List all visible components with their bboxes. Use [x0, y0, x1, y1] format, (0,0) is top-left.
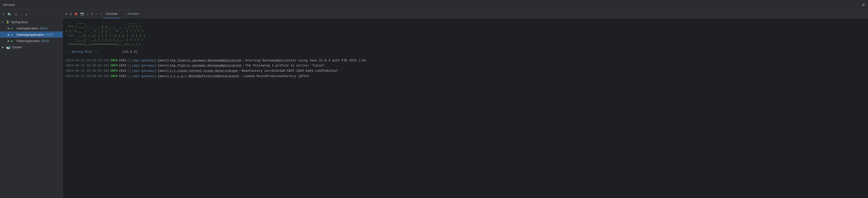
log-pid: 1915 — [119, 74, 126, 79]
order-app-port: :8082/ — [40, 39, 50, 43]
log-message: The following 1 profile is active: "loca… — [245, 63, 324, 68]
log-separator: : — [242, 63, 244, 68]
chevron-down-icon: ▾ — [2, 21, 6, 24]
docker-group[interactable]: ▶ 🐋 Docker — [0, 44, 63, 50]
docker-label: Docker — [12, 45, 22, 49]
log-thread: [main] — [157, 69, 169, 74]
log-pid: 1915 — [119, 58, 126, 63]
sidebar: + 🔍 ⬡ ⬆ ✕ ▾ 🍃 Spring Boot ▶ ▶ AuthApplic… — [0, 10, 63, 198]
console-output[interactable]: . ____ _ __ _ _ /\\ / ___'_ __ _ _(_)_ _… — [63, 18, 868, 198]
main-content: + 🔍 ⬡ ⬆ ✕ ▾ 🍃 Spring Boot ▶ ▶ AuthApplic… — [0, 10, 868, 198]
chevron-right-icon-gateway: ▶ — [8, 33, 11, 36]
log-thread: [main] — [157, 58, 169, 63]
log-app: [api-gateway] — [132, 69, 156, 74]
rerun-icon[interactable]: ↺ — [65, 11, 68, 16]
scroll-icon[interactable]: ≡ — [91, 11, 93, 16]
log-line: 2024-09-12 20:48:06.250 INFO 1915 [] [ap… — [66, 74, 865, 79]
gateway-app-label: GatewayApplication — [17, 33, 44, 36]
log-separator: : — [239, 69, 241, 74]
actuator-arrow-icon: → — [123, 12, 126, 15]
docker-icon: 🐋 — [6, 45, 11, 49]
log-pid: 1915 — [119, 63, 126, 68]
log-timestamp: 2024-09-12 20:48:06.250 — [66, 74, 109, 79]
run-icon-gateway: ▶ — [11, 33, 16, 36]
spring-boot-version-number: (v3.3.3) — [122, 50, 137, 53]
order-app-label: OrderApplication — [17, 39, 40, 43]
gc-icon[interactable]: ↗ — [86, 11, 89, 16]
auth-app-port: :8081/ — [38, 27, 48, 30]
log-message: Loaded RoutePredicateFactory [After — [243, 74, 309, 79]
log-class: o.s.cloud.context.scope.GenericScope — [170, 69, 238, 74]
console-toolbar-icons: ↺ ↺ ⏹ 📷 ↗ ≡ ⋯ — [65, 11, 98, 16]
log-thread: [main] — [157, 74, 169, 79]
log-app: [api-gateway] — [132, 74, 156, 79]
log-level: INFO — [110, 74, 118, 79]
spring-boot-prefix: :: Spring Boot :: — [66, 50, 98, 53]
gateway-application-item[interactable]: ▶ ▶ GatewayApplication :8080/ — [0, 31, 63, 38]
tab-console[interactable]: Console — [103, 10, 121, 18]
docker-chevron-icon: ▶ — [2, 46, 6, 48]
top-bar: Services ⚙ — [0, 0, 868, 10]
run-icon-auth: ▶ — [11, 27, 16, 30]
log-level: INFO — [110, 69, 118, 74]
tab-actuator[interactable]: → Actuator — [121, 10, 142, 18]
spring-banner: . ____ _ __ _ _ /\\ / ___'_ __ _ _(_)_ _… — [66, 20, 865, 47]
tab-divider — [101, 11, 102, 16]
spring-boot-icon: 🍃 — [6, 20, 10, 24]
log-line: 2024-09-12 20:48:04.611 INFO 1915 [] [ap… — [66, 63, 865, 68]
log-class: o.s.c.g.r.RouteDefinitionRouteLocator — [170, 74, 240, 79]
log-line: 2024-09-12 20:48:05.485 INFO 1915 [] [ap… — [66, 69, 865, 74]
up-icon[interactable]: ⬆ — [20, 12, 23, 17]
log-timestamp: 2024-09-12 20:48:05.485 — [66, 69, 109, 74]
tab-console-label: Console — [106, 12, 118, 15]
spring-boot-group[interactable]: ▾ 🍃 Spring Boot — [0, 19, 63, 25]
log-brackets: [] — [127, 69, 131, 74]
log-app: [api-gateway] — [132, 63, 156, 68]
log-line: 2024-09-12 20:48:04.610 INFO 1915 [] [ap… — [66, 58, 865, 63]
tree-section: ▾ 🍃 Spring Boot ▶ ▶ AuthApplication :808… — [0, 18, 63, 51]
group-icon[interactable]: ⬡ — [14, 12, 18, 17]
console-tabs-bar: ↺ ↺ ⏹ 📷 ↗ ≡ ⋯ Console → Actuator — [63, 10, 868, 18]
top-bar-actions: ⚙ — [862, 2, 865, 8]
log-brackets: [] — [127, 63, 131, 68]
chevron-right-icon: ▶ — [8, 27, 11, 30]
console-area: ↺ ↺ ⏹ 📷 ↗ ≡ ⋯ Console → Actuator . ____ … — [63, 10, 868, 198]
close-icon[interactable]: ✕ — [25, 12, 28, 17]
restart-icon[interactable]: ↺ — [69, 11, 72, 16]
log-level: INFO — [110, 58, 118, 63]
log-brackets: [] — [127, 74, 131, 79]
log-separator: : — [241, 74, 242, 79]
log-message: BeanFactory id=c822e3a8-583f-3d03-8a81-c… — [242, 69, 338, 74]
more-icon[interactable]: ⋯ — [95, 11, 98, 16]
auth-application-item[interactable]: ▶ ▶ AuthApplication :8081/ — [0, 25, 63, 31]
log-brackets: [] — [127, 58, 131, 63]
spring-boot-label: Spring Boot — [11, 20, 28, 24]
log-timestamp: 2024-09-12 20:48:04.611 — [66, 63, 109, 68]
log-container: 2024-09-12 20:48:04.610 INFO 1915 [] [ap… — [66, 58, 865, 79]
spring-boot-version — [100, 50, 121, 53]
log-app: [api-gateway] — [132, 58, 156, 63]
log-timestamp: 2024-09-12 20:48:04.610 — [66, 58, 109, 63]
add-service-icon[interactable]: + — [2, 12, 5, 17]
log-thread: [main] — [157, 63, 169, 68]
log-class: top.flyeric.gateway.GatewayApplication — [170, 63, 242, 68]
gateway-app-port: :8080/ — [44, 33, 54, 36]
log-message: Starting GatewayApplication using Java 2… — [245, 58, 366, 63]
run-icon-order: ▶ — [11, 40, 16, 42]
chevron-right-icon-order: ▶ — [8, 40, 11, 42]
log-class: top.flyeric.gateway.GatewayApplication — [170, 58, 242, 63]
dump-icon[interactable]: 📷 — [80, 11, 85, 16]
search-icon[interactable]: 🔍 — [7, 12, 12, 17]
order-application-item[interactable]: ▶ ▶ OrderApplication :8082/ — [0, 38, 63, 44]
auth-app-label: AuthApplication — [17, 27, 38, 30]
tab-actuator-label: Actuator — [127, 12, 139, 15]
settings-gear-icon[interactable]: ⚙ — [862, 2, 865, 8]
log-pid: 1915 — [119, 69, 126, 74]
spring-version-line: :: Spring Boot :: (v3.3.3) — [66, 49, 865, 54]
sidebar-toolbar: + 🔍 ⬡ ⬆ ✕ — [0, 11, 63, 18]
log-level: INFO — [110, 63, 118, 68]
stop-icon[interactable]: ⏹ — [74, 11, 78, 16]
log-separator: : — [242, 58, 244, 63]
services-title: Services — [3, 3, 15, 6]
